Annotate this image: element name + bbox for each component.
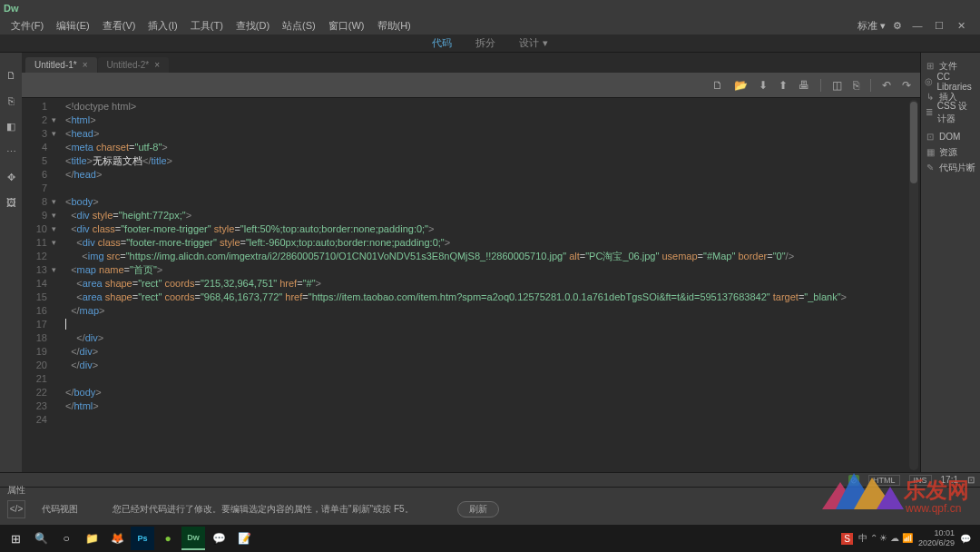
tray-icons[interactable]: 中 ⌃ ☀ ☁ 📶 <box>858 532 913 545</box>
right-panel: ⊞文件◎CC Libraries↳插入≣CSS 设计器⊡DOM▦资源✎代码片断 <box>920 53 980 472</box>
menu-8[interactable]: 帮助(H) <box>372 17 416 34</box>
css-icon[interactable]: ◧ <box>5 120 17 133</box>
search-icon[interactable]: 🔍 <box>29 527 53 550</box>
app-logo: Dw <box>4 3 19 14</box>
menu-1[interactable]: 编辑(E) <box>51 17 95 34</box>
menu-0[interactable]: 文件(F) <box>5 17 49 34</box>
doc-tab-0[interactable]: Untitled-1*× <box>25 57 97 73</box>
properties-panel: 属性 </> 代码视图 您已经对代码进行了修改。要编辑选定内容的属性，请单击"刷… <box>0 487 980 530</box>
file-explorer-icon[interactable]: 🗋 <box>5 69 17 82</box>
properties-message: 您已经对代码进行了修改。要编辑选定内容的属性，请单击"刷新"或按 F5。 <box>113 503 414 516</box>
view-mode-tabs: 代码拆分设计 ▾ <box>0 34 980 53</box>
redo-icon[interactable]: ↷ <box>902 79 911 92</box>
firefox-icon[interactable]: 🦊 <box>105 527 129 550</box>
open-icon[interactable]: 📂 <box>734 79 748 92</box>
close-icon[interactable]: × <box>83 60 88 70</box>
cortana-icon[interactable]: ○ <box>54 527 78 550</box>
settings-gear-icon[interactable]: ⚙ <box>893 20 902 32</box>
scrollbar-thumb[interactable] <box>910 102 917 183</box>
document-tabs: Untitled-1*×Untitled-2*× <box>22 53 920 73</box>
close-icon[interactable]: × <box>154 60 160 70</box>
window-minimize[interactable]: — <box>909 20 926 31</box>
system-tray: S 中 ⌃ ☀ ☁ 📶 10:01 2020/6/29 💬 <box>841 528 976 548</box>
manage-sites-icon[interactable]: ⎘ <box>5 94 17 107</box>
view-tab-1[interactable]: 拆分 <box>472 34 499 52</box>
code-editor[interactable]: 1 2▾3▾4 5 6 7 8▾9▾10▾11▾12 13▾14 15 16 1… <box>22 98 920 472</box>
editor-area: Untitled-1*×Untitled-2*× 🗋📂⬇⬆🖶◫⎘↶↷ 1 2▾3… <box>22 53 920 472</box>
menu-2[interactable]: 查看(V) <box>97 17 142 34</box>
panel-DOM[interactable]: ⊡DOM <box>921 129 980 144</box>
selector-icon[interactable]: ✥ <box>5 171 17 183</box>
panel-CSS 设计器[interactable]: ≣CSS 设计器 <box>921 104 980 120</box>
left-toolbar: 🗋 ⎘ ◧ ⋯ ✥ 🖼 <box>0 53 22 472</box>
taskbar-clock[interactable]: 10:01 2020/6/29 <box>918 528 955 548</box>
refresh-button[interactable]: 刷新 <box>457 501 499 518</box>
editor-toolbar: 🗋📂⬇⬆🖶◫⎘↶↷ <box>22 73 920 98</box>
panel-CC Libraries[interactable]: ◎CC Libraries <box>921 74 980 89</box>
notes-icon[interactable]: 📝 <box>232 527 256 550</box>
language-indicator[interactable]: HTML <box>868 475 900 486</box>
insert-mode-indicator[interactable]: INS <box>909 475 932 486</box>
file-explorer-taskbar-icon[interactable]: 📁 <box>80 527 103 550</box>
browser-icon[interactable]: ● <box>156 527 180 550</box>
code-view-icon: </> <box>7 500 25 518</box>
photoshop-icon[interactable]: Ps <box>131 527 154 550</box>
menu-7[interactable]: 窗口(W) <box>323 17 370 34</box>
divider: ⋯ <box>5 145 17 158</box>
cursor-position: 17:1 <box>941 475 958 485</box>
properties-section: 代码视图 <box>42 503 78 516</box>
dreamweaver-icon[interactable]: Dw <box>181 527 205 550</box>
title-bar: Dw <box>0 0 980 16</box>
menu-6[interactable]: 站点(S) <box>277 17 321 34</box>
code-scrollbar[interactable] <box>909 100 918 470</box>
wechat-icon[interactable]: 💬 <box>207 527 230 550</box>
tray-ime-icon[interactable]: S <box>841 533 853 545</box>
window-maximize[interactable]: ☐ <box>931 20 947 32</box>
panel-menu-icon[interactable]: ⊡ <box>967 475 975 485</box>
menu-3[interactable]: 插入(I) <box>142 17 182 34</box>
view-tab-0[interactable]: 代码 <box>428 34 456 52</box>
menu-bar: 文件(F)编辑(E)查看(V)插入(I)工具(T)查找(D)站点(S)窗口(W)… <box>0 16 980 34</box>
windows-taskbar: ⊞ 🔍 ○ 📁 🦊 Ps ● Dw 💬 📝 S 中 ⌃ ☀ ☁ 📶 10:01 … <box>0 525 980 552</box>
new-file-icon[interactable]: 🗋 <box>712 79 723 92</box>
panel-资源[interactable]: ▦资源 <box>921 144 980 160</box>
window-close[interactable]: ✕ <box>953 20 969 32</box>
notifications-icon[interactable]: 💬 <box>960 534 971 544</box>
layout-mode[interactable]: 标准 ▾ <box>858 19 886 33</box>
doc-tab-1[interactable]: Untitled-2*× <box>98 57 170 73</box>
split-panel-icon[interactable]: ◫ <box>832 79 842 92</box>
start-button[interactable]: ⊞ <box>4 527 27 550</box>
panel-代码片断[interactable]: ✎代码片断 <box>921 160 980 175</box>
diff-icon[interactable]: ⎘ <box>853 79 859 92</box>
view-tab-2[interactable]: 设计 ▾ <box>515 34 551 52</box>
image-icon[interactable]: 🖼 <box>5 196 17 209</box>
upload-icon[interactable]: ⬆ <box>779 79 788 92</box>
download-icon[interactable]: ⬇ <box>759 79 768 92</box>
editor-status-bar: ⊘ HTML INS 17:1 ⊡ <box>0 472 980 487</box>
menu-4[interactable]: 工具(T) <box>185 17 229 34</box>
error-indicator-icon[interactable]: ⊘ <box>848 475 859 486</box>
properties-title: 属性 <box>7 484 25 497</box>
menu-5[interactable]: 查找(D) <box>230 17 275 34</box>
undo-icon[interactable]: ↶ <box>882 79 891 92</box>
print-icon[interactable]: 🖶 <box>799 79 809 92</box>
